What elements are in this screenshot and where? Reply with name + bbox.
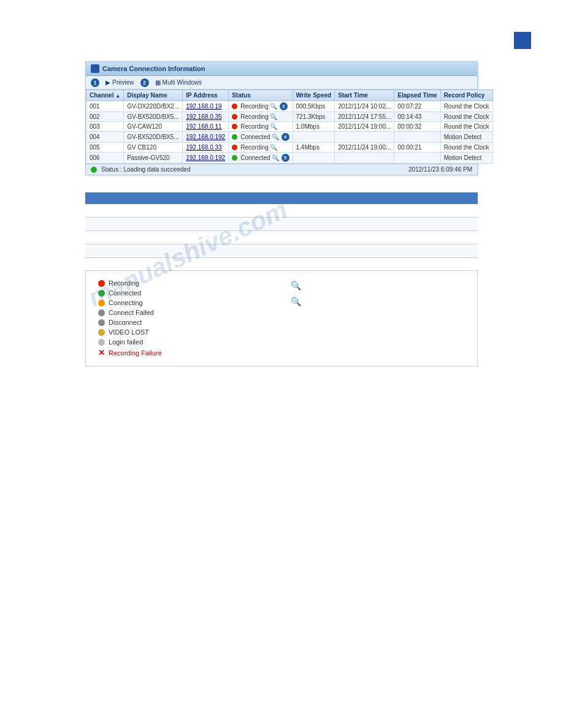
col-header-ip[interactable]: IP Address (183, 90, 229, 101)
cell-write-speed: 721.3Kbps (293, 112, 335, 122)
cell-display: GV-CAW120 (124, 122, 183, 132)
ip-link[interactable]: 192.168.0.192 (186, 134, 225, 140)
window-toolbar: 1 ▶ Preview 2 ▦ Multi Windows (86, 76, 477, 89)
cell-channel: 004 (86, 132, 124, 143)
window-title-bar: Camera Connection Information (86, 62, 477, 76)
table-row: 001 GV-DX220D/BX2... 192.168.0.19 Record… (86, 101, 493, 112)
cell-elapsed: 00:07:22 (394, 101, 440, 112)
login-failed-label: Login failed (109, 338, 143, 346)
legend-connected: Connected (98, 288, 272, 298)
connect-failed-label: Connect Failed (109, 309, 154, 316)
cell-elapsed: 00:14:43 (394, 112, 440, 122)
cell-elapsed: 00:00:32 (394, 122, 440, 132)
cell-status: Recording 🔍 (229, 112, 293, 122)
video-lost-dot (98, 329, 105, 336)
login-failed-dot (98, 339, 105, 346)
cell-policy: Motion Detect (440, 153, 492, 164)
ip-link[interactable]: 192.168.0.19 (186, 103, 221, 110)
cell-channel: 003 (86, 122, 124, 132)
legend-connect-failed: Connect Failed (98, 308, 272, 317)
status-text: Recording (240, 144, 269, 151)
cell-start-time (335, 153, 394, 164)
ip-link[interactable]: 192.168.0.192 (186, 154, 225, 161)
recording-dot (98, 280, 105, 287)
num-circle-4: 4 (282, 133, 289, 141)
window-status-bar: Status : Loading data succeeded 2012/11/… (86, 164, 477, 175)
multi-windows-label: Multi Windows (163, 79, 202, 86)
cell-policy: Round the Clock (440, 101, 492, 112)
status-text: Recording (240, 103, 269, 110)
status-magnify-icon[interactable]: 🔍 (270, 123, 277, 130)
status-ok-icon (91, 167, 97, 173)
cell-channel: 001 (86, 101, 124, 112)
cell-status: Recording 🔍 3 (229, 101, 293, 112)
recording-failure-x: ✕ (98, 348, 105, 357)
status-indicator (232, 114, 237, 119)
col-header-elapsed[interactable]: Elapsed Time (394, 90, 440, 101)
disconnect-label: Disconnect (109, 319, 142, 326)
connected-dot (98, 290, 105, 297)
status-magnify-icon[interactable]: 🔍 (270, 103, 277, 110)
num-circle-5: 5 (282, 154, 289, 162)
cell-channel: 002 (86, 112, 124, 122)
col-header-policy[interactable]: Record Policy (440, 90, 492, 101)
legend-left-col: Recording Connected Connecting Connect F… (98, 278, 272, 358)
legend-row-4 (85, 245, 478, 258)
table-row: 006 Passive-GV520 192.168.0.192 Connecte… (86, 153, 493, 164)
preview-button[interactable]: ▶ Preview (103, 78, 137, 87)
legend-connecting: Connecting (98, 298, 272, 308)
cell-elapsed (394, 153, 440, 164)
col-header-status[interactable]: Status (229, 90, 293, 101)
connecting-label: Connecting (109, 299, 143, 306)
legend-row-3 (85, 231, 478, 245)
ip-link[interactable]: 192.168.0.35 (186, 113, 221, 120)
ip-link[interactable]: 192.168.0.33 (186, 144, 221, 151)
num-circle-3: 3 (280, 102, 288, 110)
ip-link[interactable]: 192.168.0.11 (186, 123, 221, 130)
cell-channel: 006 (86, 153, 124, 164)
multi-windows-button[interactable]: ▦ Multi Windows (153, 78, 204, 87)
num-1-circle: 1 (91, 78, 99, 87)
cell-elapsed (394, 132, 440, 143)
data-table-container: Channel ▲ Display Name IP Address Status… (86, 89, 477, 164)
col-header-start[interactable]: Start Time (335, 90, 394, 101)
table-row: 004 GV-BX520D/BX5... 192.168.0.192 Conne… (86, 132, 493, 143)
magnify-icon-2[interactable]: 🔍 (291, 297, 301, 306)
col-header-write[interactable]: Write Speed (293, 90, 335, 101)
status-legend-section: Recording Connected Connecting Connect F… (85, 270, 478, 366)
recording-failure-label: Recording Failure (109, 349, 162, 357)
legend-recording-failure: ✕ Recording Failure (98, 347, 272, 358)
status-indicator (232, 134, 237, 140)
window-title-icon (91, 64, 99, 73)
cell-policy: Round the Clock (440, 122, 492, 132)
cell-status: Connected 🔍 5 (229, 153, 293, 164)
status-magnify-icon[interactable]: 🔍 (270, 113, 277, 120)
col-header-display[interactable]: Display Name (124, 90, 183, 101)
cell-write-speed (293, 153, 335, 164)
legend-disconnect: Disconnect (98, 317, 272, 327)
status-indicator (232, 155, 237, 161)
col-header-channel[interactable]: Channel ▲ (86, 90, 124, 101)
legend-table-section (85, 192, 478, 258)
camera-table: Channel ▲ Display Name IP Address Status… (86, 89, 493, 164)
cell-policy: Round the Clock (440, 112, 492, 122)
cell-ip: 192.168.0.33 (183, 143, 229, 153)
legend-magnify-1: 🔍 (291, 279, 465, 292)
window-title-text: Camera Connection Information (102, 65, 205, 72)
cell-display: GV-DX220D/BX2... (124, 101, 183, 112)
status-magnify-icon[interactable]: 🔍 (270, 144, 277, 151)
status-magnify-icon[interactable]: 🔍 (272, 154, 279, 161)
magnify-icon-1[interactable]: 🔍 (291, 281, 301, 290)
status-magnify-icon[interactable]: 🔍 (272, 134, 279, 140)
legend-video-lost: VIDEO LOST (98, 327, 272, 337)
cell-ip: 192.168.0.35 (183, 112, 229, 122)
preview-label: Preview (112, 79, 134, 86)
disconnect-dot (98, 319, 105, 326)
table-row: 003 GV-CAW120 192.168.0.11 Recording 🔍 1… (86, 122, 493, 132)
cell-start-time (335, 132, 394, 143)
cell-start-time: 2012/11/24 19:00... (335, 122, 394, 132)
cell-start-time: 2012/11/24 19:00... (335, 143, 394, 153)
status-text: Recording (240, 113, 269, 120)
connected-label: Connected (109, 289, 141, 297)
video-lost-label: VIDEO LOST (109, 328, 149, 336)
